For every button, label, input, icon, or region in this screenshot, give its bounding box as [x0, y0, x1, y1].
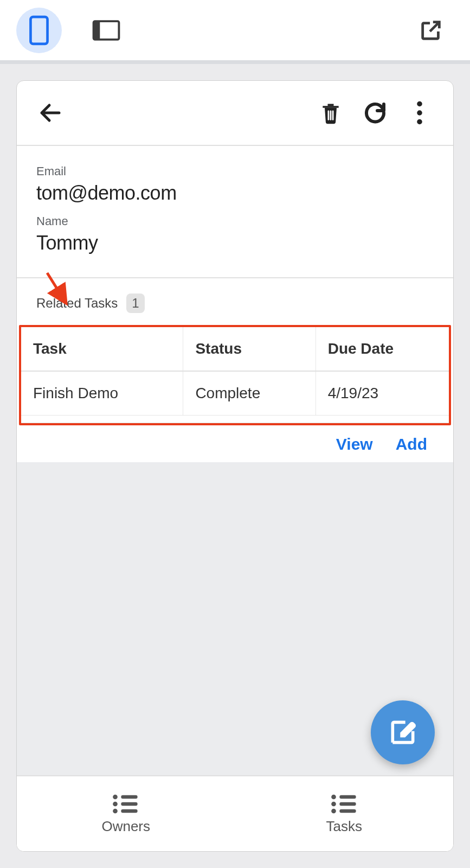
- email-value: tom@demo.com: [36, 182, 434, 205]
- detail-section: Email tom@demo.com Name Tommy: [17, 146, 453, 278]
- name-label: Name: [36, 214, 434, 228]
- col-status[interactable]: Status: [183, 327, 316, 371]
- list-icon: [330, 793, 358, 815]
- svg-point-14: [113, 808, 118, 813]
- name-value: Tommy: [36, 232, 434, 254]
- edit-fab[interactable]: [371, 700, 435, 764]
- add-button[interactable]: Add: [396, 435, 427, 454]
- svg-rect-21: [339, 809, 356, 813]
- back-button[interactable]: [33, 95, 68, 130]
- related-tasks-table-highlight: Task Status Due Date Finish Demo Complet…: [19, 325, 451, 425]
- email-field: Email tom@demo.com: [36, 164, 434, 205]
- edit-icon: [388, 717, 418, 748]
- svg-rect-13: [121, 802, 138, 806]
- more-button[interactable]: [402, 95, 437, 130]
- svg-rect-15: [121, 809, 138, 813]
- svg-rect-0: [30, 17, 47, 44]
- col-task[interactable]: Task: [21, 327, 183, 371]
- device-frame: Email tom@demo.com Name Tommy: [16, 80, 454, 852]
- smartphone-icon: [29, 15, 49, 46]
- svg-point-12: [113, 801, 118, 806]
- cell-task: Finish Demo: [21, 371, 183, 416]
- svg-point-7: [417, 110, 422, 116]
- nav-tasks[interactable]: Tasks: [235, 776, 454, 851]
- related-tasks-section: Related Tasks 1 Task Status Due Date: [17, 278, 453, 462]
- sync-button[interactable]: [358, 95, 392, 130]
- open-external-icon: [419, 18, 443, 43]
- table-row[interactable]: Finish Demo Complete 4/19/23: [21, 371, 449, 416]
- svg-point-6: [417, 101, 422, 107]
- delete-button[interactable]: [313, 95, 348, 130]
- more-vert-icon: [416, 101, 423, 125]
- cell-status: Complete: [183, 371, 316, 416]
- trash-icon: [319, 100, 343, 126]
- svg-rect-11: [121, 795, 138, 799]
- svg-rect-5: [332, 110, 334, 120]
- arrow-left-icon: [37, 100, 63, 126]
- svg-point-16: [331, 794, 336, 799]
- nav-owners[interactable]: Owners: [17, 776, 235, 851]
- related-tasks-count-badge: 1: [126, 293, 144, 313]
- app-header: [17, 81, 453, 146]
- svg-rect-17: [339, 795, 356, 799]
- refresh-icon: [362, 100, 388, 126]
- svg-point-18: [331, 801, 336, 806]
- nav-owners-label: Owners: [101, 818, 150, 835]
- list-icon: [112, 793, 140, 815]
- svg-rect-2: [94, 21, 100, 40]
- related-tasks-title: Related Tasks: [36, 296, 118, 311]
- svg-point-20: [331, 808, 336, 813]
- email-label: Email: [36, 164, 434, 178]
- svg-rect-4: [330, 110, 332, 120]
- related-tasks-table: Task Status Due Date Finish Demo Complet…: [21, 327, 449, 423]
- view-button[interactable]: View: [336, 435, 373, 454]
- name-field: Name Tommy: [36, 214, 434, 254]
- preview-toolbar: [0, 0, 470, 64]
- nav-tasks-label: Tasks: [326, 818, 362, 835]
- cell-due: 4/19/23: [316, 371, 449, 416]
- svg-rect-3: [328, 110, 330, 120]
- col-due-date[interactable]: Due Date: [316, 327, 449, 371]
- preview-stage: Email tom@demo.com Name Tommy: [0, 64, 470, 868]
- mobile-view-button[interactable]: [16, 8, 62, 53]
- svg-point-10: [113, 794, 118, 799]
- tablet-view-button[interactable]: [83, 8, 129, 53]
- svg-rect-19: [339, 802, 356, 806]
- bottom-nav: Owners Tasks: [17, 775, 453, 851]
- open-external-button[interactable]: [408, 8, 454, 53]
- tablet-icon: [92, 20, 120, 41]
- svg-point-8: [417, 119, 422, 125]
